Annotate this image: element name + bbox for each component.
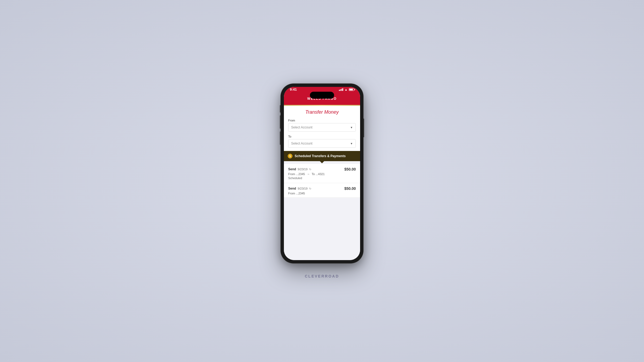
scheduled-section: 5 Scheduled Transfers & Payments Send 9/… <box>284 151 360 260</box>
from-text-1: From <box>288 172 296 176</box>
phone-screen: 9:41 ▲ WELLS FARGO <box>284 87 360 260</box>
from-account-1: ...2345 <box>296 172 305 176</box>
arrow-icon-1: → <box>307 172 310 176</box>
dynamic-island <box>310 92 334 99</box>
page-title: Transfer Money <box>288 109 356 115</box>
transfer-item[interactable]: Send 9/23/19 ↻ $50.00 From ...2345 → To <box>284 164 360 183</box>
transfer-item-2[interactable]: Send 9/23/19 ↻ $50.00 From ...2345 <box>284 183 360 198</box>
scheduled-badge: 5 <box>288 154 292 158</box>
to-account-1: ...4321 <box>316 172 325 176</box>
to-label: To <box>288 135 356 138</box>
status-time: 9:41 <box>290 87 297 91</box>
transfer-accounts-1: From ...2345 → To ...4321 <box>288 172 356 176</box>
from-label: From <box>288 119 356 122</box>
chevron-down-icon-2: ▼ <box>350 142 353 145</box>
from-account-2: ...2345 <box>296 192 305 195</box>
to-group: To Select Account ▼ <box>288 135 356 148</box>
phone-frame: 9:41 ▲ WELLS FARGO <box>281 84 363 263</box>
chevron-down-icon: ▼ <box>350 126 353 129</box>
transfer-action-1: Send <box>288 167 296 171</box>
transfer-list: Send 9/23/19 ↻ $50.00 From ...2345 → To <box>284 164 360 198</box>
status-icons: ▲ <box>339 88 354 91</box>
signal-icon <box>339 88 343 91</box>
transfer-amount-2: $50.00 <box>344 186 356 191</box>
transfer-action-2: Send <box>288 187 296 190</box>
scheduled-title: Scheduled Transfers & Payments <box>295 154 346 158</box>
transfer-row-top: Send 9/23/19 ↻ $50.00 <box>288 167 356 171</box>
to-text-1: To <box>312 172 316 176</box>
transfer-amount-1: $50.00 <box>344 167 356 171</box>
transfer-send-info-2: Send 9/23/19 ↻ <box>288 187 311 190</box>
transfer-status-1: Scheduled <box>288 176 356 180</box>
from-text-2: From <box>288 192 296 195</box>
from-group: From Select Account ▼ <box>288 119 356 132</box>
mute-button[interactable] <box>280 105 281 113</box>
brand-label: CLEVERROAD <box>305 274 339 278</box>
phone-wrapper: 9:41 ▲ WELLS FARGO <box>281 84 363 278</box>
scheduled-header: 5 Scheduled Transfers & Payments <box>284 151 360 161</box>
wifi-icon: ▲ <box>345 88 347 91</box>
transfer-row-top-2: Send 9/23/19 ↻ $50.00 <box>288 186 356 191</box>
recur-icon-2: ↻ <box>309 187 311 190</box>
battery-icon <box>349 88 354 91</box>
volume-up-button[interactable] <box>280 115 281 129</box>
to-account-placeholder: Select Account <box>291 142 312 145</box>
transfer-date-1: 9/23/19 <box>298 168 308 171</box>
volume-down-button[interactable] <box>280 131 281 145</box>
transfer-send-info: Send 9/23/19 ↻ <box>288 167 311 171</box>
recur-icon-1: ↻ <box>309 168 311 171</box>
from-account-dropdown[interactable]: Select Account ▼ <box>288 123 356 132</box>
power-button[interactable] <box>363 119 364 137</box>
transfer-accounts-2: From ...2345 <box>288 192 356 195</box>
to-account-dropdown[interactable]: Select Account ▼ <box>288 139 356 148</box>
form-area: Transfer Money From Select Account ▼ To … <box>284 106 360 151</box>
transfer-date-2: 9/23/19 <box>298 187 308 190</box>
from-account-placeholder: Select Account <box>291 125 312 129</box>
